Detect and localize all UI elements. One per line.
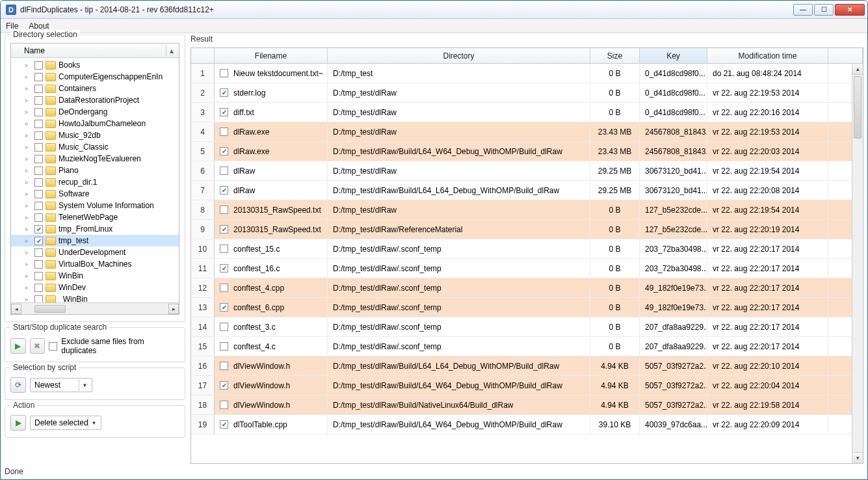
run-script-button[interactable]: ⟳: [10, 377, 26, 393]
row-checkbox[interactable]: [220, 206, 228, 214]
table-row[interactable]: 15conftest_4.cD:/tmp_test/dlRaw/.sconf_t…: [191, 337, 863, 356]
tree-checkbox[interactable]: [34, 85, 43, 93]
table-row[interactable]: 7✔dlRawD:/tmp_test/dlRaw/Build/L64_L64_D…: [191, 181, 863, 200]
table-row[interactable]: 14conftest_3.cD:/tmp_test/dlRaw/.sconf_t…: [191, 317, 863, 337]
row-checkbox[interactable]: [220, 342, 228, 351]
tree-header[interactable]: Name ▴: [11, 44, 179, 58]
start-search-button[interactable]: ▶: [10, 338, 26, 354]
tree-item[interactable]: ▹DataRestorationProject: [11, 94, 179, 106]
row-checkbox[interactable]: [220, 401, 228, 409]
menu-about[interactable]: About: [29, 21, 49, 31]
directory-tree[interactable]: Name ▴ ▹Books▹ComputerEigenschappenEnIn▹…: [10, 43, 179, 315]
expander-icon[interactable]: ▹: [25, 273, 32, 279]
tree-checkbox[interactable]: [34, 295, 43, 303]
tree-checkbox[interactable]: [34, 96, 43, 105]
tree-header-scroll-up-icon[interactable]: ▴: [166, 45, 176, 56]
col-rownum[interactable]: [191, 48, 215, 63]
execute-action-button[interactable]: ▶: [10, 415, 26, 431]
tree-checkbox[interactable]: [34, 167, 43, 175]
expander-icon[interactable]: ▹: [25, 214, 32, 220]
expander-icon[interactable]: ▹: [25, 155, 32, 162]
tree-item[interactable]: ▹Music_92db: [11, 129, 179, 141]
tree-item[interactable]: ▹_WinBin_: [11, 293, 179, 302]
table-row[interactable]: 12conftest_4.cppD:/tmp_test/dlRaw/.sconf…: [191, 278, 863, 298]
expander-icon[interactable]: ▹: [25, 73, 32, 80]
tree-item[interactable]: ▹TelenetWebPage: [11, 211, 179, 223]
result-grid[interactable]: Filename Directory Size Key Modification…: [191, 47, 863, 464]
scroll-thumb[interactable]: [34, 305, 66, 313]
col-filename[interactable]: Filename: [215, 48, 328, 63]
expander-icon[interactable]: ▹: [25, 191, 32, 197]
close-button[interactable]: ✕: [835, 4, 865, 16]
tree-item[interactable]: ▹✔tmp_test: [11, 235, 179, 247]
table-row[interactable]: 4dlRaw.exeD:/tmp_test/dlRaw23.43 MB24567…: [191, 122, 863, 142]
tree-item[interactable]: ▹ComputerEigenschappenEnIn: [11, 71, 179, 83]
action-combo[interactable]: Delete selected ▼: [30, 416, 101, 430]
table-row[interactable]: 11✔conftest_16.cD:/tmp_test/dlRaw/.sconf…: [191, 259, 863, 278]
tree-item[interactable]: ▹MuziekNogTeEvalueren: [11, 153, 179, 165]
row-checkbox[interactable]: [220, 69, 228, 77]
expander-icon[interactable]: ▹: [25, 109, 32, 115]
row-checkbox[interactable]: ✔: [220, 108, 228, 116]
tree-checkbox[interactable]: [34, 108, 43, 116]
tree-item[interactable]: ▹HowtoJalbumChameleon: [11, 118, 179, 129]
row-checkbox[interactable]: ✔: [220, 381, 228, 390]
row-checkbox[interactable]: [220, 284, 228, 292]
expander-icon[interactable]: ▹: [25, 179, 32, 185]
tree-checkbox[interactable]: [34, 202, 43, 210]
tree-item[interactable]: ▹Music_Classic: [11, 141, 179, 153]
tree-checkbox[interactable]: [34, 155, 43, 163]
expander-icon[interactable]: ▹: [25, 167, 32, 174]
expander-icon[interactable]: ▹: [25, 132, 32, 139]
tree-checkbox[interactable]: [34, 178, 43, 187]
expander-icon[interactable]: ▹: [25, 261, 32, 267]
tree-checkbox[interactable]: ✔: [34, 225, 43, 233]
tree-item[interactable]: ▹DeOndergang: [11, 106, 179, 118]
expander-icon[interactable]: ▹: [25, 202, 32, 209]
tree-checkbox[interactable]: ✔: [34, 237, 43, 245]
row-checkbox[interactable]: ✔: [220, 88, 228, 97]
tree-checkbox[interactable]: [34, 190, 43, 198]
expander-icon[interactable]: ▹: [25, 62, 32, 68]
row-checkbox[interactable]: ✔: [220, 186, 228, 194]
col-size[interactable]: Size: [590, 48, 640, 63]
row-checkbox[interactable]: [220, 245, 228, 253]
row-checkbox[interactable]: ✔: [220, 147, 228, 155]
tree-checkbox[interactable]: [34, 284, 43, 292]
tree-checkbox[interactable]: [34, 73, 43, 81]
expander-icon[interactable]: ▹: [25, 85, 32, 92]
expander-icon[interactable]: ▹: [25, 226, 32, 232]
scroll-down-icon[interactable]: ▾: [852, 452, 863, 463]
tree-item[interactable]: ▹WinBin: [11, 270, 179, 282]
tree-checkbox[interactable]: [34, 120, 43, 128]
expander-icon[interactable]: ▹: [25, 284, 32, 291]
tree-checkbox[interactable]: [34, 272, 43, 280]
expander-icon[interactable]: ▹: [25, 97, 32, 103]
tree-checkbox[interactable]: [34, 213, 43, 222]
col-directory[interactable]: Directory: [328, 48, 590, 63]
tree-checkbox[interactable]: [34, 143, 43, 152]
expander-icon[interactable]: ▹: [25, 144, 32, 150]
tree-item[interactable]: ▹UnderDevelopment: [11, 247, 179, 258]
row-checkbox[interactable]: ✔: [220, 225, 228, 233]
tree-item[interactable]: ▹✔tmp_FromLinux: [11, 223, 179, 235]
expander-icon[interactable]: ▹: [25, 237, 32, 244]
grid-v-scrollbar[interactable]: ▴ ▾: [852, 64, 863, 463]
scroll-thumb[interactable]: [854, 76, 861, 139]
table-row[interactable]: 9✔20130315_RawSpeed.txtD:/tmp_test/dlRaw…: [191, 220, 863, 239]
tree-h-scrollbar[interactable]: ◂ ▸: [11, 302, 179, 314]
tree-item[interactable]: ▹Books: [11, 59, 179, 71]
tree-item[interactable]: ▹WinDev: [11, 282, 179, 293]
table-row[interactable]: 19✔dlToolTable.cppD:/tmp_test/dlRaw/Buil…: [191, 415, 863, 434]
minimize-button[interactable]: —: [793, 4, 813, 16]
scroll-left-icon[interactable]: ◂: [11, 304, 21, 314]
tree-item[interactable]: ▹Piano: [11, 165, 179, 176]
expander-icon[interactable]: ▹: [25, 249, 32, 256]
row-checkbox[interactable]: [220, 167, 228, 175]
table-row[interactable]: 13✔conftest_6.cppD:/tmp_test/dlRaw/.scon…: [191, 298, 863, 317]
tree-checkbox[interactable]: [34, 260, 43, 269]
tree-item[interactable]: ▹Containers: [11, 83, 179, 94]
row-checkbox[interactable]: [220, 362, 228, 370]
col-key[interactable]: Key: [640, 48, 707, 63]
table-row[interactable]: 18dlViewWindow.hD:/tmp_test/dlRaw/Build/…: [191, 395, 863, 415]
